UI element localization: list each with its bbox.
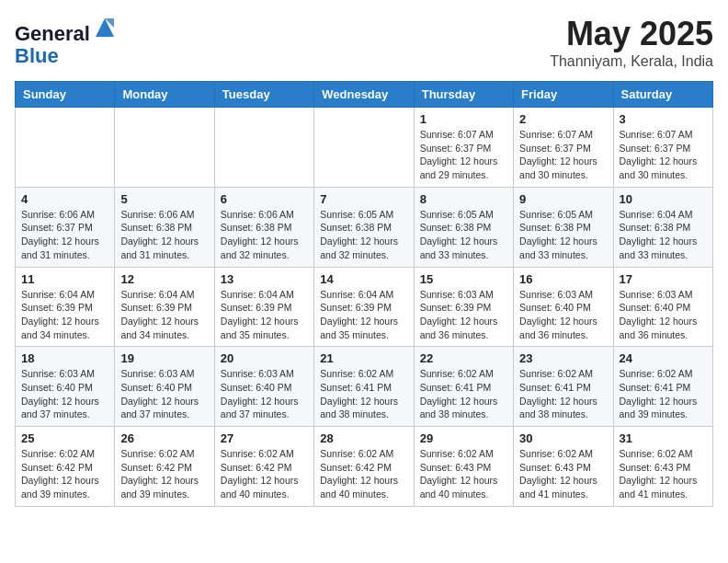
calendar-cell: 25Sunrise: 6:02 AM Sunset: 6:42 PM Dayli… [16,427,115,507]
calendar-cell: 21Sunrise: 6:02 AM Sunset: 6:41 PM Dayli… [314,347,414,427]
day-detail: Sunrise: 6:03 AM Sunset: 6:39 PM Dayligh… [420,288,507,342]
calendar-cell [314,108,414,188]
day-number: 6 [221,192,308,206]
day-number: 10 [620,192,707,206]
day-detail: Sunrise: 6:04 AM Sunset: 6:38 PM Dayligh… [620,208,707,262]
logo-icon [92,15,118,40]
logo-general: General [15,22,90,45]
day-number: 11 [21,272,108,286]
day-detail: Sunrise: 6:07 AM Sunset: 6:37 PM Dayligh… [420,128,507,182]
calendar-cell: 8Sunrise: 6:05 AM Sunset: 6:38 PM Daylig… [414,187,513,267]
calendar-cell: 30Sunrise: 6:02 AM Sunset: 6:43 PM Dayli… [514,427,613,507]
day-detail: Sunrise: 6:06 AM Sunset: 6:38 PM Dayligh… [120,208,208,262]
day-number: 8 [420,192,507,206]
day-detail: Sunrise: 6:02 AM Sunset: 6:43 PM Dayligh… [620,447,707,501]
day-detail: Sunrise: 6:07 AM Sunset: 6:37 PM Dayligh… [519,128,607,182]
calendar-cell: 1Sunrise: 6:07 AM Sunset: 6:37 PM Daylig… [414,108,513,188]
day-number: 3 [620,112,707,126]
calendar-cell: 19Sunrise: 6:03 AM Sunset: 6:40 PM Dayli… [115,347,214,427]
day-number: 19 [120,351,208,365]
day-detail: Sunrise: 6:02 AM Sunset: 6:41 PM Dayligh… [519,367,607,421]
calendar-cell: 15Sunrise: 6:03 AM Sunset: 6:39 PM Dayli… [414,267,513,347]
calendar-cell: 3Sunrise: 6:07 AM Sunset: 6:37 PM Daylig… [613,108,712,188]
calendar-cell: 23Sunrise: 6:02 AM Sunset: 6:41 PM Dayli… [514,347,613,427]
calendar-cell: 18Sunrise: 6:03 AM Sunset: 6:40 PM Dayli… [16,347,115,427]
day-detail: Sunrise: 6:03 AM Sunset: 6:40 PM Dayligh… [620,288,707,342]
calendar-cell: 7Sunrise: 6:05 AM Sunset: 6:38 PM Daylig… [314,187,414,267]
calendar-cell: 26Sunrise: 6:02 AM Sunset: 6:42 PM Dayli… [115,427,214,507]
day-number: 9 [519,192,607,206]
day-number: 13 [221,272,308,286]
day-number: 30 [519,431,607,445]
day-number: 29 [420,431,507,445]
calendar-cell: 22Sunrise: 6:02 AM Sunset: 6:41 PM Dayli… [414,347,513,427]
day-detail: Sunrise: 6:06 AM Sunset: 6:38 PM Dayligh… [221,208,308,262]
logo: General Blue [15,15,118,67]
day-detail: Sunrise: 6:03 AM Sunset: 6:40 PM Dayligh… [221,367,308,421]
calendar-cell: 9Sunrise: 6:05 AM Sunset: 6:38 PM Daylig… [514,187,613,267]
day-number: 21 [320,351,407,365]
day-detail: Sunrise: 6:02 AM Sunset: 6:43 PM Dayligh… [519,447,607,501]
day-number: 5 [120,192,208,206]
calendar-table: SundayMondayTuesdayWednesdayThursdayFrid… [15,81,713,507]
day-detail: Sunrise: 6:03 AM Sunset: 6:40 PM Dayligh… [519,288,607,342]
calendar-cell: 31Sunrise: 6:02 AM Sunset: 6:43 PM Dayli… [613,427,712,507]
calendar-cell: 13Sunrise: 6:04 AM Sunset: 6:39 PM Dayli… [214,267,313,347]
title-block: May 2025 Thanniyam, Kerala, India [550,15,713,70]
calendar-cell: 16Sunrise: 6:03 AM Sunset: 6:40 PM Dayli… [514,267,613,347]
calendar-cell: 27Sunrise: 6:02 AM Sunset: 6:42 PM Dayli… [214,427,313,507]
calendar-cell: 28Sunrise: 6:02 AM Sunset: 6:42 PM Dayli… [314,427,414,507]
weekday-header-tuesday: Tuesday [214,82,313,108]
day-number: 14 [320,272,407,286]
day-number: 16 [519,272,607,286]
day-number: 31 [620,431,707,445]
day-detail: Sunrise: 6:02 AM Sunset: 6:41 PM Dayligh… [620,367,707,421]
day-number: 23 [519,351,607,365]
day-detail: Sunrise: 6:05 AM Sunset: 6:38 PM Dayligh… [420,208,507,262]
weekday-header-friday: Friday [514,82,613,108]
weekday-header-thursday: Thursday [414,82,513,108]
calendar-cell: 6Sunrise: 6:06 AM Sunset: 6:38 PM Daylig… [214,187,313,267]
day-number: 2 [519,112,607,126]
day-detail: Sunrise: 6:02 AM Sunset: 6:41 PM Dayligh… [420,367,507,421]
calendar-cell [214,108,313,188]
calendar-cell: 4Sunrise: 6:06 AM Sunset: 6:37 PM Daylig… [16,187,115,267]
page-header: General Blue May 2025 Thanniyam, Kerala,… [15,15,713,70]
calendar-cell: 11Sunrise: 6:04 AM Sunset: 6:39 PM Dayli… [16,267,115,347]
day-detail: Sunrise: 6:03 AM Sunset: 6:40 PM Dayligh… [21,367,108,421]
day-number: 12 [120,272,208,286]
day-detail: Sunrise: 6:07 AM Sunset: 6:37 PM Dayligh… [620,128,707,182]
day-detail: Sunrise: 6:02 AM Sunset: 6:42 PM Dayligh… [21,447,108,501]
location-title: Thanniyam, Kerala, India [550,53,713,70]
day-detail: Sunrise: 6:02 AM Sunset: 6:42 PM Dayligh… [221,447,308,501]
day-number: 4 [21,192,108,206]
calendar-week-row: 18Sunrise: 6:03 AM Sunset: 6:40 PM Dayli… [16,347,713,427]
weekday-header-saturday: Saturday [613,82,712,108]
day-detail: Sunrise: 6:02 AM Sunset: 6:42 PM Dayligh… [320,447,407,501]
calendar-cell: 29Sunrise: 6:02 AM Sunset: 6:43 PM Dayli… [414,427,513,507]
day-detail: Sunrise: 6:02 AM Sunset: 6:43 PM Dayligh… [420,447,507,501]
day-number: 7 [320,192,407,206]
day-number: 25 [21,431,108,445]
day-detail: Sunrise: 6:04 AM Sunset: 6:39 PM Dayligh… [120,288,208,342]
calendar-week-row: 1Sunrise: 6:07 AM Sunset: 6:37 PM Daylig… [16,108,713,188]
calendar-cell: 12Sunrise: 6:04 AM Sunset: 6:39 PM Dayli… [115,267,214,347]
calendar-cell: 5Sunrise: 6:06 AM Sunset: 6:38 PM Daylig… [115,187,214,267]
day-detail: Sunrise: 6:03 AM Sunset: 6:40 PM Dayligh… [120,367,208,421]
weekday-header-wednesday: Wednesday [314,82,414,108]
calendar-cell: 20Sunrise: 6:03 AM Sunset: 6:40 PM Dayli… [214,347,313,427]
logo-blue: Blue [15,44,59,67]
calendar-cell: 14Sunrise: 6:04 AM Sunset: 6:39 PM Dayli… [314,267,414,347]
day-number: 15 [420,272,507,286]
calendar-cell [115,108,214,188]
day-number: 1 [420,112,507,126]
calendar-week-row: 11Sunrise: 6:04 AM Sunset: 6:39 PM Dayli… [16,267,713,347]
weekday-header-row: SundayMondayTuesdayWednesdayThursdayFrid… [16,82,713,108]
day-number: 17 [620,272,707,286]
day-number: 20 [221,351,308,365]
day-detail: Sunrise: 6:06 AM Sunset: 6:37 PM Dayligh… [21,208,108,262]
day-number: 18 [21,351,108,365]
day-detail: Sunrise: 6:04 AM Sunset: 6:39 PM Dayligh… [320,288,407,342]
day-detail: Sunrise: 6:02 AM Sunset: 6:41 PM Dayligh… [320,367,407,421]
day-detail: Sunrise: 6:04 AM Sunset: 6:39 PM Dayligh… [221,288,308,342]
